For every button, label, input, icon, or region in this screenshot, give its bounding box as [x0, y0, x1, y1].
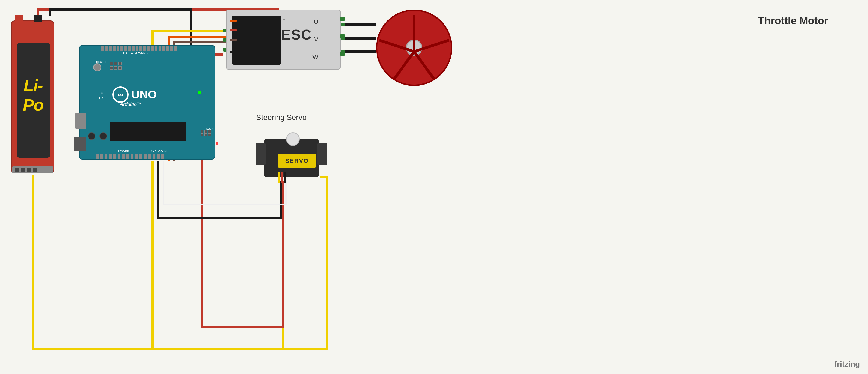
esc-power-red: [230, 29, 237, 31]
lipo-label: Li-Po: [17, 76, 49, 115]
arduino-led-on: [198, 91, 201, 94]
arduino-tx-rx: TX RX: [99, 91, 103, 100]
arduino-power-jack: [74, 137, 86, 151]
arduino-icsp-label: ICSP2: [94, 61, 102, 63]
servo-mount-right: [317, 143, 327, 165]
arduino-power-led: [216, 142, 218, 145]
throttle-motor: [376, 9, 458, 91]
motor-spoke-5: [379, 39, 414, 53]
lipo-negative-terminal: [34, 15, 42, 22]
lipo-battery: Li-Po: [8, 15, 57, 179]
servo-horn: [286, 132, 300, 146]
arduino-capacitors: [88, 132, 107, 140]
arduino-icsp2-pins: [200, 130, 211, 136]
lipo-body: Li-Po: [11, 21, 55, 173]
arduino-power-label: POWER: [118, 150, 129, 153]
esc-right-pin-w: [340, 52, 345, 56]
esc-gnd-black: [230, 51, 237, 53]
servo-label: SERVO: [278, 154, 316, 168]
motor-body: [376, 9, 452, 86]
arduino-digital-label: DIGITAL (PWM←): [123, 52, 148, 55]
fritzing-label: fritzing: [835, 360, 860, 369]
esc-signal-orange: [230, 20, 237, 22]
servo-wires: [278, 172, 286, 183]
arduino-pcb: DIGITAL (PWM←) ANALOG IN POWER RESET ICS…: [79, 45, 215, 160]
esc-component: − ESC + U V W: [226, 9, 341, 72]
main-canvas: Li-Po: [0, 0, 868, 374]
servo-mount-left: [256, 143, 266, 165]
esc-w-label: W: [312, 54, 318, 61]
arduino-analog-pins: [96, 153, 194, 159]
arduino-infinity-symbol: ∞: [118, 90, 123, 99]
lipo-bottom-connector: [12, 166, 53, 173]
esc-v-label: V: [314, 36, 318, 43]
servo-wire-red: [281, 172, 283, 183]
arduino-analog-label: ANALOG IN: [150, 150, 167, 153]
arduino-main-chip: [110, 122, 186, 141]
motor-spoke-4: [392, 51, 415, 82]
arduino-brand-text: Arduino™: [120, 102, 142, 107]
arduino-usb-port: [75, 113, 86, 129]
esc-signal-brown: [230, 39, 237, 41]
esc-plus-label: +: [282, 56, 285, 62]
esc-minus-label: −: [282, 17, 285, 23]
steering-servo-label: Steering Servo: [256, 113, 307, 122]
lipo-positive-terminal: [15, 15, 23, 22]
esc-body: − ESC + U V W: [226, 9, 341, 69]
servo-wire-black: [284, 172, 286, 183]
arduino-circle-icon: ∞: [112, 86, 129, 103]
arduino-reset-button[interactable]: [93, 63, 101, 71]
esc-right-connectors: [340, 17, 345, 56]
arduino-uno-text: UNO: [131, 88, 157, 101]
esc-right-pin-v: [340, 34, 345, 38]
esc-electronics-area: [232, 16, 281, 65]
esc-right-pin-u: [340, 17, 345, 21]
motor-spoke-2: [413, 39, 449, 53]
esc-label: ESC: [281, 26, 312, 43]
motor-spoke-3: [413, 51, 437, 82]
esc-u-label: U: [314, 18, 318, 25]
servo-wire-yellow: [278, 172, 280, 183]
throttle-motor-label: Throttle Motor: [758, 15, 828, 27]
arduino-uno: DIGITAL (PWM←) ANALOG IN POWER RESET ICS…: [79, 45, 215, 160]
motor-spokes: [377, 11, 451, 85]
arduino-digital-pins: [101, 46, 205, 51]
motor-spoke-1: [413, 15, 415, 52]
arduino-icsp-pins: [110, 62, 123, 70]
steering-servo: SERVO: [256, 128, 327, 183]
